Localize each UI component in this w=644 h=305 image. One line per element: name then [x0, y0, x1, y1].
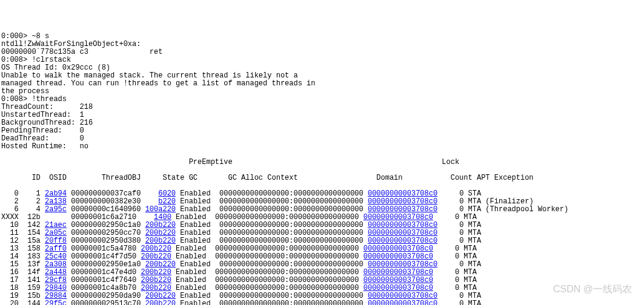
osid-link[interactable]: 29f5c	[45, 300, 67, 305]
domain-link[interactable]: 00000000003708c0	[368, 189, 437, 198]
domain-link[interactable]: 00000000003708c0	[363, 284, 433, 292]
osid-link[interactable]: 25c40	[45, 252, 67, 261]
state-link[interactable]: 200b220	[145, 292, 176, 300]
osid-link[interactable]: 29840	[45, 284, 67, 292]
domain-link[interactable]: 00000000003708c0	[363, 213, 433, 221]
domain-link[interactable]: 00000000003708c0	[368, 292, 437, 300]
thread-header-1: PreEmptive Lock	[1, 159, 643, 166]
osid-link[interactable]: 20ff8	[45, 237, 67, 245]
domain-link[interactable]: 00000000003708c0	[363, 252, 433, 261]
state-link[interactable]: 1400	[154, 213, 171, 221]
state-link[interactable]: 6020	[158, 189, 176, 198]
domain-link[interactable]: 00000000003708c0	[368, 237, 437, 245]
domain-link[interactable]: 00000000003708c0	[368, 300, 437, 305]
domain-link[interactable]: 00000000003708c0	[368, 205, 437, 214]
state-link[interactable]: 100a220	[145, 205, 176, 214]
state-link[interactable]: 200b220	[145, 229, 176, 237]
state-link[interactable]: 200b220	[141, 284, 171, 292]
state-link[interactable]: 200b220	[145, 221, 176, 229]
domain-link[interactable]: 00000000003708c0	[363, 268, 433, 277]
debugger-output: 0:000> ~8 s ntdll!ZwWaitForSingleObject+…	[1, 33, 643, 151]
state-link[interactable]: 200b220	[145, 237, 176, 245]
osid-link[interactable]: 2a05c	[45, 229, 67, 237]
state-link[interactable]: 200b220	[145, 300, 176, 305]
osid-link[interactable]: 2ab94	[45, 189, 67, 198]
thread-table: 0 1 2ab94 000000000037caf0 6020 Enabled …	[1, 190, 643, 305]
osid-link[interactable]: 2a448	[45, 268, 67, 277]
thread-header-2: ID OSID ThreadOBJ State GC GC Alloc Cont…	[1, 174, 643, 182]
domain-link[interactable]: 00000000003708c0	[368, 221, 437, 229]
state-link[interactable]: 200b220	[141, 252, 171, 261]
state-link[interactable]: 200b220	[145, 260, 176, 269]
osid-link[interactable]: 21aec	[45, 221, 67, 229]
osid-link[interactable]: 2a308	[45, 260, 67, 269]
state-link[interactable]: 200b220	[141, 244, 171, 253]
osid-link[interactable]: 2a95c	[45, 205, 67, 214]
osid-link[interactable]: 29cf8	[45, 276, 67, 284]
domain-link[interactable]: 00000000003708c0	[368, 197, 437, 206]
state-link[interactable]: 200b220	[141, 276, 171, 284]
state-link[interactable]: 200b220	[141, 268, 171, 277]
osid-link[interactable]: 2aff0	[45, 244, 67, 253]
osid-link[interactable]: 29884	[45, 292, 67, 300]
state-link[interactable]: b220	[158, 197, 176, 206]
domain-link[interactable]: 00000000003708c0	[368, 260, 437, 269]
thread-row: 20 144 29f5c 0000000029513c70 200b220 En…	[1, 300, 643, 305]
domain-link[interactable]: 00000000003708c0	[363, 276, 433, 284]
domain-link[interactable]: 00000000003708c0	[368, 229, 437, 237]
domain-link[interactable]: 00000000003708c0	[363, 244, 433, 253]
osid-link[interactable]: 2a138	[45, 197, 67, 206]
